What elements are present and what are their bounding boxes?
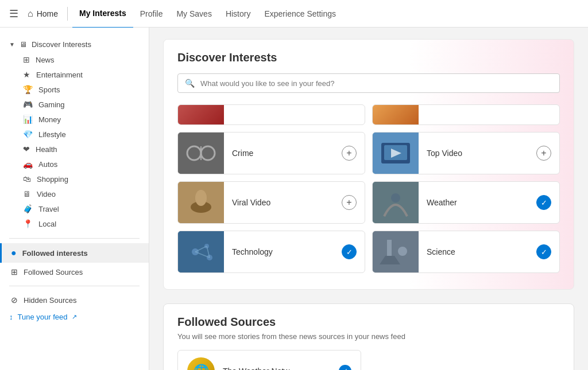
discover-title: Discover Interests <box>177 51 560 64</box>
nav-history[interactable]: History <box>219 0 258 28</box>
viral-follow-button[interactable]: + <box>342 195 357 210</box>
sidebar-item-lifestyle[interactable]: 💎 Lifestyle <box>0 127 149 142</box>
source-followed-check: ✓ <box>339 365 351 370</box>
hidden-sources-icon: ⊘ <box>11 295 18 305</box>
interest-card-topvideo[interactable]: Top Video + <box>372 132 560 174</box>
followed-sources-title: Followed Sources <box>177 316 560 329</box>
sidebar-item-sports[interactable]: 🏆 Sports <box>0 82 149 97</box>
sidebar-entertainment-label: Entertainment <box>36 71 83 79</box>
svg-rect-20 <box>373 231 419 272</box>
sidebar: ▼ 🖥 Discover Interests ⊞ News ★ Entertai… <box>0 28 149 370</box>
sidebar-lifestyle-label: Lifestyle <box>38 130 66 139</box>
sidebar-item-news[interactable]: ⊞ News <box>0 52 149 67</box>
sidebar-item-gaming[interactable]: 🎮 Gaming <box>0 97 149 112</box>
partial-thumb-right <box>373 104 419 125</box>
topvideo-thumbnail <box>373 133 419 174</box>
svg-rect-21 <box>387 240 392 256</box>
sidebar-item-followed-sources[interactable]: ⊞ Followed Sources <box>0 263 149 281</box>
shopping-icon: 🛍 <box>23 174 31 184</box>
sidebar-item-video[interactable]: 🖥 Video <box>0 186 149 201</box>
partial-card-right[interactable] <box>372 104 560 125</box>
svg-point-23 <box>398 247 407 256</box>
hamburger-menu[interactable]: ☰ <box>9 7 18 20</box>
viral-card-info: Viral Video + <box>224 188 365 217</box>
sidebar-news-label: News <box>36 56 55 64</box>
main-content: Discover Interests 🔍 <box>149 28 588 370</box>
sidebar-travel-label: Travel <box>38 205 59 213</box>
source-card-weather-network[interactable]: 🌐 The Weather Netw... ✓ <box>177 350 361 370</box>
sidebar-item-followed-interests[interactable]: ● Followed interests <box>0 243 149 263</box>
sidebar-autos-label: Autos <box>38 160 57 169</box>
sidebar-item-entertainment[interactable]: ★ Entertainment <box>0 67 149 82</box>
external-link-icon: ↗ <box>72 313 77 321</box>
nav-experience-settings[interactable]: Experience Settings <box>257 0 343 28</box>
money-icon: 📊 <box>23 115 33 124</box>
sidebar-item-money[interactable]: 📊 Money <box>0 112 149 127</box>
sidebar-health-label: Health <box>36 145 57 154</box>
nav-my-interests[interactable]: My Interests <box>72 0 133 28</box>
partial-card-left[interactable] <box>177 104 365 125</box>
sidebar-discover-header[interactable]: ▼ 🖥 Discover Interests <box>0 37 149 52</box>
sidebar-discover-group: ▼ 🖥 Discover Interests ⊞ News ★ Entertai… <box>0 34 149 233</box>
science-thumbnail <box>373 231 419 272</box>
top-navigation: ☰ ⌂ Home My Interests Profile My Saves H… <box>0 0 588 28</box>
followed-sources-subtitle: You will see more stories from these new… <box>177 332 560 341</box>
home-icon: ⌂ <box>28 9 33 19</box>
discover-group-icon: 🖥 <box>20 40 27 49</box>
weather-network-logo-icon: 🌐 <box>194 364 209 370</box>
topvideo-follow-button[interactable]: + <box>536 146 551 161</box>
nav-home-label: Home <box>37 9 58 18</box>
sidebar-item-health[interactable]: ❤ Health <box>0 142 149 157</box>
search-input[interactable] <box>200 79 552 88</box>
weather-follow-button[interactable]: ✓ <box>536 195 551 210</box>
interest-card-weather[interactable]: Weather ✓ <box>372 181 560 224</box>
interest-cards-grid: Crime + Top Video + <box>177 132 560 273</box>
crime-label: Crime <box>232 149 253 158</box>
weather-label: Weather <box>427 198 457 207</box>
crime-follow-button[interactable]: + <box>342 146 357 161</box>
science-follow-button[interactable]: ✓ <box>536 244 551 259</box>
interest-card-science[interactable]: Science ✓ <box>372 231 560 273</box>
technology-label: Technology <box>232 247 273 256</box>
nav-home-link[interactable]: ⌂ Home <box>28 9 58 19</box>
nav-profile[interactable]: Profile <box>133 0 170 28</box>
autos-icon: 🚗 <box>23 159 33 169</box>
sidebar-money-label: Money <box>38 115 61 124</box>
science-label: Science <box>427 247 455 256</box>
sidebar-item-autos[interactable]: 🚗 Autos <box>0 157 149 172</box>
sidebar-shopping-label: Shopping <box>37 175 68 184</box>
gaming-icon: 🎮 <box>23 100 33 109</box>
crime-card-info: Crime + <box>224 139 365 168</box>
sidebar-item-hidden-sources[interactable]: ⊘ Hidden Sources <box>0 291 149 309</box>
sidebar-item-shopping[interactable]: 🛍 Shopping <box>0 172 149 186</box>
sidebar-gaming-label: Gaming <box>38 100 65 109</box>
sidebar-local-label: Local <box>38 220 56 228</box>
science-card-info: Science ✓ <box>419 237 559 266</box>
search-bar[interactable]: 🔍 <box>177 73 560 93</box>
sidebar-item-travel[interactable]: 🧳 Travel <box>0 201 149 216</box>
interest-card-technology[interactable]: Technology ✓ <box>177 231 365 273</box>
interest-card-viral[interactable]: Viral Video + <box>177 181 365 224</box>
sidebar-tune-feed-link[interactable]: ↕ Tune your feed ↗ <box>0 309 149 325</box>
interest-card-crime[interactable]: Crime + <box>177 132 365 174</box>
sidebar-discover-label: Discover Interests <box>32 40 91 49</box>
nav-divider <box>67 7 68 21</box>
nav-my-saves[interactable]: My Saves <box>169 0 218 28</box>
weather-network-logo: 🌐 <box>187 357 215 370</box>
tune-feed-icon: ↕ <box>9 313 13 321</box>
sidebar-tune-feed-label: Tune your feed <box>18 313 68 321</box>
entertainment-icon: ★ <box>23 70 30 79</box>
tech-thumbnail <box>178 231 224 272</box>
sidebar-item-local[interactable]: 📍 Local <box>0 216 149 231</box>
viral-label: Viral Video <box>232 198 270 207</box>
check-icon: ✓ <box>342 367 348 370</box>
svg-rect-13 <box>178 231 224 272</box>
partial-cards-row <box>177 104 560 125</box>
weather-card-info: Weather ✓ <box>419 188 559 217</box>
technology-follow-button[interactable]: ✓ <box>342 244 357 259</box>
collapse-arrow-icon: ▼ <box>9 41 15 48</box>
lifestyle-icon: 💎 <box>23 130 33 139</box>
viral-thumbnail <box>178 182 224 223</box>
weather-thumbnail <box>373 182 419 223</box>
health-icon: ❤ <box>23 145 30 154</box>
